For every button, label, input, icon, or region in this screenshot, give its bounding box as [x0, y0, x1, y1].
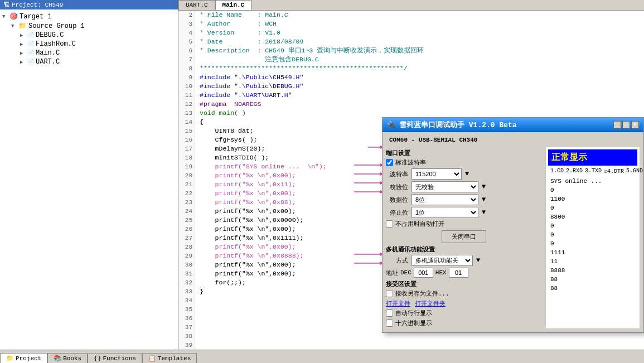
parity-select[interactable]: 无校验 奇校验 偶校验: [411, 181, 478, 192]
tree-item-sourcegroup[interactable]: ▼ 📁 Source Group 1: [2, 21, 176, 31]
tree-item-mainc[interactable]: ▶ 📄 Main.C: [2, 49, 176, 57]
templates-tab-icon: 📋: [148, 355, 156, 362]
tree-item-debugc[interactable]: ▶ 📄 DEBUG.C: [2, 31, 176, 40]
sourcegroup-label: Source Group 1: [28, 22, 85, 30]
tab-books[interactable]: 📚 Books: [47, 353, 88, 363]
auto-display-checkbox[interactable]: [386, 309, 393, 317]
com-label: COM60 - USB-SERIAL CH340: [386, 135, 640, 144]
file-label-debugc: DEBUG.C: [36, 31, 64, 39]
recv-title: 接受区设置: [386, 280, 542, 288]
file-icon-debugc: 📄: [27, 32, 34, 38]
save-file-label: 接收另存为文件...: [395, 289, 449, 298]
addr-dec-input[interactable]: [414, 268, 433, 278]
serial-title-bar: 🔌 雪莉蓝串口调试助手 V1.2.0 Beta _ □ ×: [382, 118, 643, 132]
baud-label: 波特率: [386, 170, 408, 178]
signal-dtr: ☑4.DTR: [604, 168, 624, 175]
tab-templates[interactable]: 📋 Templates: [142, 353, 197, 363]
port-settings-title: 端口设置: [386, 149, 542, 157]
stopbits-label: 停止位: [386, 209, 408, 217]
baud-select[interactable]: 115200 9600 19200 38400 57600 230400: [411, 168, 462, 180]
file-label-mainc: Main.C: [36, 49, 60, 57]
mode-arrow: ▼: [476, 256, 480, 264]
open-folder-link[interactable]: 打开文件夹: [415, 299, 446, 308]
mode-label: 方式: [386, 256, 408, 265]
save-file-row: 接收另存为文件...: [386, 289, 542, 298]
expand-icon-flashromc: ▶: [20, 41, 26, 47]
close-port-button[interactable]: 关闭串口: [442, 230, 486, 243]
tree-item-uartc[interactable]: ▶ 📄 UART.C: [2, 57, 176, 66]
functions-tab-icon: {}: [94, 355, 101, 362]
serial-dialog-title: 雪莉蓝串口调试助手 V1.2.0 Beta: [399, 120, 517, 130]
folder-icon: 📁: [18, 22, 27, 30]
stopbits-arrow: ▼: [482, 209, 486, 216]
databits-label: 数据位: [386, 196, 408, 204]
expand-icon-target1: ▼: [2, 14, 8, 20]
dec-label: DEC: [400, 269, 411, 276]
auto-display-label: 自动行行显示: [395, 309, 432, 317]
tab-uartc[interactable]: UART.C: [178, 0, 215, 10]
signal-gnd: 5.GND: [626, 168, 643, 175]
project-tree: ▼ 🎯 Target 1 ▼ 📁 Source Group 1 ▶ 📄 DEBU…: [0, 9, 178, 350]
mode-select[interactable]: 多机通讯功能关: [411, 255, 473, 266]
standard-baud-row: 标准波特率: [386, 158, 542, 167]
recv-section: 接受区设置 接收另存为文件... 打开文件 打开文件夹 自动行行显示: [386, 280, 542, 327]
serial-body: COM60 - USB-SERIAL CH340 端口设置 标准波特率 波特率 …: [382, 132, 643, 332]
databits-arrow: ▼: [482, 196, 486, 204]
expand-icon-mainc: ▶: [20, 50, 26, 56]
signal-rxd: 2.RXD: [566, 168, 583, 175]
parity-arrow: ▼: [482, 183, 486, 191]
minimize-button[interactable]: _: [613, 121, 621, 129]
tree-item-flashromc[interactable]: ▶ 📄 FlashRom.C: [2, 40, 176, 49]
project-panel: 🏗 Project: CH549 ▼ 🎯 Target 1 ▼ 📁 Source…: [0, 0, 178, 350]
project-tab-label: Project: [16, 355, 41, 362]
databits-row: 数据位 8位 7位 ▼: [386, 194, 542, 205]
expand-icon-uartc: ▶: [20, 59, 26, 65]
standard-baud-checkbox[interactable]: [386, 159, 393, 166]
signal-txd: 3.TXD: [585, 168, 602, 175]
target-icon: 🎯: [9, 12, 18, 21]
project-title-bar: 🏗 Project: CH549: [0, 0, 178, 9]
tab-functions[interactable]: {} Functions: [88, 354, 142, 363]
line-numbers: 2345678910111213141516171819202122232425…: [178, 11, 195, 350]
hex-display-checkbox[interactable]: [386, 320, 393, 327]
settings-column: 端口设置 标准波特率 波特率 115200 9600 19200 38400 5…: [386, 147, 542, 329]
save-file-checkbox[interactable]: [386, 290, 393, 297]
baud-arrow: ▼: [465, 170, 469, 178]
output-column: 正常显示 1.CD 2.RXD 3.TXD ☑4.DTR 5.GND SYS o…: [545, 147, 640, 329]
close-button[interactable]: ×: [631, 121, 639, 129]
hex-display-row: 十六进制显示: [386, 319, 542, 327]
hex-label: HEX: [435, 269, 447, 276]
file-label-flashromc: FlashRom.C: [36, 40, 76, 48]
stopbits-select[interactable]: 1位 2位: [411, 207, 478, 218]
target-label: Target 1: [20, 13, 52, 21]
multi-comm-title: 多机通讯功能设置: [386, 245, 542, 254]
file-icon-uartc: 📄: [27, 59, 34, 65]
tab-mainc[interactable]: Main.C: [215, 0, 252, 10]
project-tab-icon: 📁: [6, 355, 14, 362]
addr-hex-input[interactable]: [449, 268, 468, 278]
parity-label: 校验位: [386, 183, 408, 191]
open-file-link[interactable]: 打开文件: [386, 299, 410, 308]
hex-display-label: 十六进制显示: [395, 319, 432, 327]
bottom-tab-bar: 📁 Project 📚 Books {} Functions 📋 Templat…: [0, 350, 644, 363]
file-icon-flashromc: 📄: [27, 41, 34, 47]
maximize-button[interactable]: □: [622, 121, 630, 129]
auto-display-row: 自动行行显示: [386, 309, 542, 317]
expand-icon-sourcegroup: ▼: [11, 23, 17, 29]
auto-open-row: 不占用时自动打开: [386, 220, 542, 228]
books-tab-label: Books: [63, 355, 81, 362]
dialog-controls: _ □ ×: [613, 121, 639, 129]
addr-row: 地址 DEC HEX: [386, 268, 542, 278]
standard-baud-label: 标准波特率: [395, 158, 426, 167]
project-icon: 🏗: [3, 1, 9, 8]
mode-row: 方式 多机通讯功能关 ▼: [386, 255, 542, 266]
databits-select[interactable]: 8位 7位: [411, 194, 478, 205]
parity-row: 校验位 无校验 奇校验 偶校验 ▼: [386, 181, 542, 192]
code-tabs: UART.C Main.C: [178, 0, 644, 11]
multi-comm-section: 多机通讯功能设置 方式 多机通讯功能关 ▼ 地址 DEC H: [386, 245, 542, 278]
auto-open-label: 不占用时自动打开: [395, 220, 444, 228]
baud-row: 波特率 115200 9600 19200 38400 57600 230400…: [386, 168, 542, 180]
tree-item-target1[interactable]: ▼ 🎯 Target 1: [2, 12, 176, 21]
tab-project[interactable]: 📁 Project: [0, 353, 47, 363]
auto-open-checkbox[interactable]: [386, 220, 393, 228]
